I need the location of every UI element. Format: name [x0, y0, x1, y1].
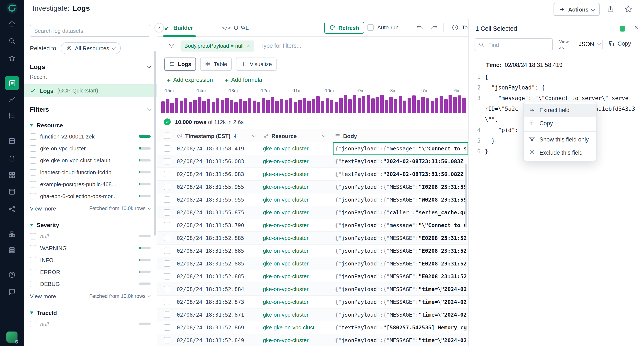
histogram-bar[interactable]: [394, 99, 397, 113]
histogram-bar[interactable]: [303, 98, 306, 113]
help-icon[interactable]: [8, 271, 16, 279]
histogram-bar[interactable]: [244, 101, 247, 113]
row-checkbox[interactable]: [164, 222, 170, 228]
cell-resource[interactable]: gke-on-vpc-cluster: [263, 142, 332, 155]
cell-timestamp[interactable]: 02/08/24 18:31:52.873: [177, 296, 261, 309]
tab-builder[interactable]: Builder: [164, 19, 193, 37]
collapse-sidebar-button[interactable]: ‹: [154, 23, 164, 32]
filter-input[interactable]: [260, 42, 468, 49]
settings-gear-icon[interactable]: ⚙: [14, 339, 19, 345]
auto-run-checkbox[interactable]: [368, 24, 374, 31]
histogram-bar[interactable]: [376, 97, 379, 113]
checkbox[interactable]: [30, 233, 36, 239]
column-body[interactable]: Body: [334, 129, 357, 143]
histogram-bar[interactable]: [408, 98, 411, 113]
relationships-graph-icon[interactable]: [8, 205, 16, 213]
histogram-bar[interactable]: [294, 102, 297, 113]
cell-resource[interactable]: gke-gke-on-vpc-clust...: [263, 321, 332, 334]
histogram-bar[interactable]: [275, 101, 279, 113]
time-range-label[interactable]: To: [462, 24, 468, 31]
histogram-bar[interactable]: [390, 97, 393, 113]
row-checkbox[interactable]: [164, 171, 170, 177]
histogram-bar[interactable]: [225, 98, 228, 113]
table-row[interactable]: 02/08/24 18:31:55.955gke-on-vpc-cluster{…: [157, 181, 468, 193]
histogram-bar[interactable]: [202, 101, 206, 113]
histogram-bar[interactable]: [184, 98, 188, 113]
cell-resource[interactable]: gke-on-vpc-cluster: [263, 270, 332, 283]
histogram-bar[interactable]: [253, 101, 256, 113]
filter-item[interactable]: DEBUG: [30, 278, 151, 290]
menu-item[interactable]: Exclude this field: [524, 146, 596, 159]
histogram-bar[interactable]: [175, 98, 178, 113]
histogram-bar[interactable]: [180, 101, 183, 113]
code-line[interactable]: 1{: [468, 72, 644, 82]
all-resources-dropdown[interactable]: All Resources: [60, 42, 120, 54]
filters-section-header[interactable]: Filters: [30, 104, 151, 114]
menu-item[interactable]: Show this field only: [524, 133, 596, 146]
cell-body[interactable]: {"jsonPayload":{"MESSAGE":"time=\"2024-0…: [333, 283, 468, 296]
close-panel-icon[interactable]: ×: [632, 22, 641, 32]
filter-group-header[interactable]: Severity: [30, 220, 151, 230]
checkbox[interactable]: [30, 169, 36, 175]
histogram-bar[interactable]: [221, 100, 224, 113]
explorer-window-icon[interactable]: [8, 188, 16, 195]
cell-resource[interactable]: gke-on-vpc-cluster: [263, 193, 332, 206]
table-scrollbar[interactable]: [465, 164, 467, 227]
filter-item[interactable]: INFO: [30, 254, 151, 266]
histogram-bar[interactable]: [458, 95, 461, 113]
cell-body[interactable]: {"jsonPayload":{"MESSAGE":"E0208 23:31:5…: [333, 232, 468, 245]
filter-item[interactable]: null: [30, 318, 151, 330]
histogram-bar[interactable]: [334, 102, 338, 113]
histogram-bar[interactable]: [207, 99, 210, 113]
view-tab-visualize[interactable]: Visualize: [236, 57, 276, 70]
fetched-dropdown[interactable]: Fetched from 10.0k rows: [89, 293, 151, 299]
histogram-bar[interactable]: [166, 99, 169, 113]
cell-timestamp[interactable]: 02/08/24 18:31:52.885: [177, 232, 261, 245]
checkbox[interactable]: [30, 133, 36, 140]
cell-resource[interactable]: gke-on-vpc-cluster: [263, 334, 332, 346]
histogram-bar[interactable]: [398, 96, 402, 113]
cell-timestamp[interactable]: 02/08/24 18:31:52.871: [177, 309, 261, 321]
filter-item[interactable]: ERROR: [30, 266, 151, 278]
cell-timestamp[interactable]: 02/08/24 18:31:52.885: [177, 270, 261, 283]
cell-body[interactable]: {"jsonPayload":{"MESSAGE":"E0208 23:31:5…: [333, 257, 468, 270]
cell-timestamp[interactable]: 02/08/24 18:31:55.875: [177, 206, 261, 219]
auto-run-toggle[interactable]: Auto-run: [368, 24, 398, 31]
histogram-bar[interactable]: [198, 97, 201, 113]
menu-item[interactable]: Copy: [524, 117, 596, 130]
histogram-bar[interactable]: [385, 100, 388, 113]
cell-timestamp[interactable]: 02/08/24 18:31:52.885: [177, 245, 261, 257]
histogram-bar[interactable]: [426, 98, 429, 113]
home-icon[interactable]: [8, 20, 16, 28]
cell-body-selected[interactable]: {"jsonPayload":{"message":"\"Connect to …: [333, 142, 468, 155]
favorite-star-icon[interactable]: [624, 5, 633, 14]
cell-body[interactable]: {"jsonPayload":{"message":"\"Connect to …: [333, 219, 468, 232]
column-timestamp[interactable]: Timestamp (EST) ↓: [177, 129, 237, 143]
cell-body[interactable]: {"jsonPayload":{"MESSAGE":"E0208 23:31:5…: [333, 245, 468, 257]
cell-timestamp[interactable]: 02/08/24 18:31:55.955: [177, 181, 261, 193]
code-line[interactable]: 2 "jsonPayload": {: [468, 82, 644, 93]
histogram-bar[interactable]: [284, 100, 288, 113]
row-checkbox[interactable]: [164, 324, 170, 331]
row-checkbox[interactable]: [164, 209, 170, 216]
histogram-bar[interactable]: [421, 97, 425, 113]
table-row[interactable]: 02/08/24 18:31:58.419gke-on-vpc-cluster{…: [157, 142, 468, 155]
cell-body[interactable]: {"textPayload":"[580257.542535] Memory c…: [333, 321, 468, 334]
view-tab-table[interactable]: Table: [200, 57, 232, 70]
filter-item[interactable]: example-postgres-public-468...: [30, 178, 151, 190]
histogram-bar[interactable]: [362, 96, 366, 113]
histogram-bar[interactable]: [348, 99, 352, 113]
refresh-button[interactable]: Refresh: [324, 22, 364, 34]
histogram-bar[interactable]: [453, 97, 457, 113]
row-checkbox[interactable]: [164, 248, 170, 254]
histogram-bar[interactable]: [462, 98, 466, 113]
table-row[interactable]: 02/08/24 18:31:56.083gke-on-vpc-cluster{…: [157, 155, 468, 168]
filter-item[interactable]: function-v2-00011-zek: [30, 130, 151, 142]
table-row[interactable]: 02/08/24 18:31:52.884gke-on-vpc-cluster{…: [157, 283, 468, 296]
cell-body[interactable]: {"jsonPayload":{"MESSAGE":"I0208 23:31:5…: [333, 181, 468, 193]
cell-body[interactable]: {"textPayload":"2024-02-08T23:31:56.083Z: [333, 155, 468, 168]
cell-body[interactable]: {"jsonPayload":{"MESSAGE":"time=\"2024-0…: [333, 334, 468, 346]
histogram-bar[interactable]: [262, 98, 265, 113]
row-checkbox[interactable]: [164, 145, 170, 152]
copy-button[interactable]: Copy: [608, 40, 631, 47]
